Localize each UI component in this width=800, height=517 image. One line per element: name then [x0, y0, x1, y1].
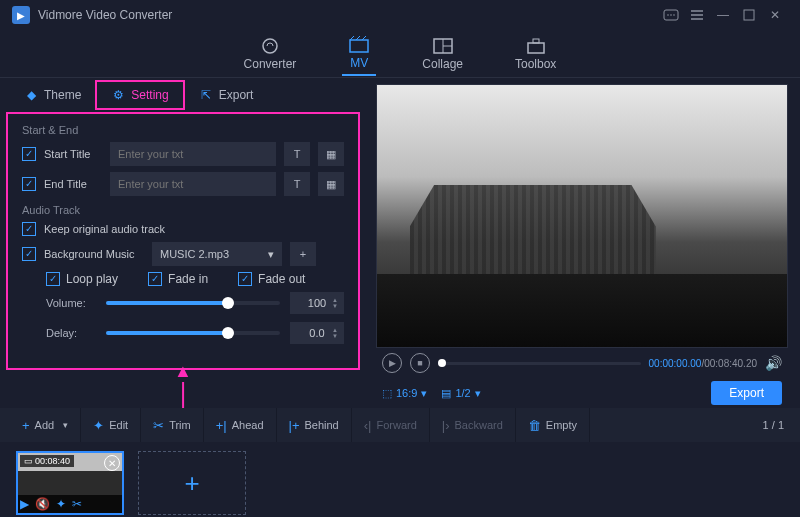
svg-rect-7: [744, 10, 754, 20]
page-icon: ▤: [441, 387, 451, 400]
grid-icon: ▦: [326, 148, 336, 161]
toolbox-icon: [525, 37, 547, 55]
video-preview[interactable]: [376, 84, 788, 348]
nav-toolbox[interactable]: Toolbox: [509, 33, 562, 75]
close-icon: ✕: [108, 458, 116, 469]
clip-trim-icon[interactable]: ✂: [72, 497, 82, 511]
clip-mute-icon[interactable]: 🔇: [35, 497, 50, 511]
gear-icon: ⚙: [111, 88, 125, 102]
backward-icon: |›: [442, 418, 450, 433]
minimize-button[interactable]: —: [710, 5, 736, 25]
aspect-dropdown[interactable]: ⬚ 16:9 ▾: [382, 387, 427, 400]
top-nav: Converter MV Collage Toolbox: [0, 30, 800, 78]
chevron-down-icon: ▾: [268, 248, 274, 261]
delay-label: Delay:: [46, 327, 96, 339]
maximize-button[interactable]: [736, 5, 762, 25]
mv-icon: [348, 36, 370, 54]
remove-clip-button[interactable]: ✕: [104, 455, 120, 471]
add-clip-button[interactable]: +: [138, 451, 246, 515]
clip-thumbnail[interactable]: ▭00:08:40 ✕ ▶ 🔇 ✦ ✂: [16, 451, 124, 515]
play-icon: ▶: [389, 358, 396, 368]
section-audio-track: Audio Track: [22, 204, 344, 216]
page-dropdown[interactable]: ▤ 1/2 ▾: [441, 387, 480, 400]
tab-theme[interactable]: ◆ Theme: [10, 82, 95, 108]
export-icon: ⇱: [199, 88, 213, 102]
clip-duration-badge: ▭00:08:40: [20, 455, 74, 467]
clip-row: ▭00:08:40 ✕ ▶ 🔇 ✦ ✂ +: [0, 442, 800, 517]
loop-label: Loop play: [66, 272, 118, 286]
playback-bar: ▶ ■ 00:00:00.00/00:08:40.20 🔊: [376, 348, 788, 378]
menu-icon[interactable]: [684, 5, 710, 25]
clip-star-icon[interactable]: ✦: [56, 497, 66, 511]
add-button[interactable]: +Add▾: [10, 408, 81, 442]
bg-music-label: Background Music: [44, 248, 144, 260]
plus-icon: +: [300, 248, 306, 260]
bottom-toolbar: +Add▾ ✦Edit ✂Trim +|Ahead |+Behind ‹|For…: [0, 408, 800, 442]
chevron-down-icon: ▾: [421, 387, 427, 400]
delay-input[interactable]: 0.0 ▲▼: [290, 322, 344, 344]
volume-icon[interactable]: 🔊: [765, 355, 782, 371]
export-button[interactable]: Export: [711, 381, 782, 405]
tab-setting[interactable]: ⚙ Setting: [95, 80, 184, 110]
collage-icon: [432, 37, 454, 55]
aspect-icon: ⬚: [382, 387, 392, 400]
loop-checkbox[interactable]: [46, 272, 60, 286]
nav-label: Toolbox: [515, 57, 556, 71]
keep-original-checkbox[interactable]: [22, 222, 36, 236]
app-logo-icon: ▶: [12, 6, 30, 24]
annotation-arrow-icon: ▲: [174, 361, 192, 408]
seek-slider[interactable]: [438, 362, 641, 365]
wand-icon: ✦: [93, 418, 104, 433]
fade-out-checkbox[interactable]: [238, 272, 252, 286]
end-title-checkbox[interactable]: [22, 177, 36, 191]
nav-label: Converter: [244, 57, 297, 71]
converter-icon: [259, 37, 281, 55]
trash-icon: 🗑: [528, 418, 541, 433]
ahead-button[interactable]: +|Ahead: [204, 408, 277, 442]
edit-button[interactable]: ✦Edit: [81, 408, 141, 442]
nav-label: MV: [350, 56, 368, 70]
svg-point-8: [263, 39, 277, 53]
end-title-grid-button[interactable]: ▦: [318, 172, 344, 196]
nav-collage[interactable]: Collage: [416, 33, 469, 75]
start-title-input[interactable]: [110, 142, 276, 166]
plus-icon: +: [184, 468, 199, 499]
grid-icon: ▦: [326, 178, 336, 191]
end-title-font-button[interactable]: T: [284, 172, 310, 196]
plus-icon: +: [22, 418, 30, 433]
tab-export[interactable]: ⇱ Export: [185, 82, 268, 108]
end-title-input[interactable]: [110, 172, 276, 196]
stop-button[interactable]: ■: [410, 353, 430, 373]
volume-slider[interactable]: [106, 301, 280, 305]
stop-icon: ■: [417, 358, 422, 368]
feedback-icon[interactable]: [658, 5, 684, 25]
nav-converter[interactable]: Converter: [238, 33, 303, 75]
bg-music-checkbox[interactable]: [22, 247, 36, 261]
start-title-label: Start Title: [44, 148, 102, 160]
timecode: 00:00:00.00/00:08:40.20: [649, 358, 757, 369]
empty-button[interactable]: 🗑Empty: [516, 408, 590, 442]
fade-in-checkbox[interactable]: [148, 272, 162, 286]
bg-music-value: MUSIC 2.mp3: [160, 248, 229, 260]
play-button[interactable]: ▶: [382, 353, 402, 373]
backward-button[interactable]: |›Backward: [430, 408, 516, 442]
clip-play-icon[interactable]: ▶: [20, 497, 29, 511]
start-title-font-button[interactable]: T: [284, 142, 310, 166]
volume-label: Volume:: [46, 297, 96, 309]
chevron-down-icon: ▾: [475, 387, 481, 400]
delay-slider[interactable]: [106, 331, 280, 335]
chevron-down-icon: ▾: [63, 420, 68, 430]
behind-icon: |+: [289, 418, 300, 433]
start-title-checkbox[interactable]: [22, 147, 36, 161]
add-music-button[interactable]: +: [290, 242, 316, 266]
trim-button[interactable]: ✂Trim: [141, 408, 204, 442]
start-title-grid-button[interactable]: ▦: [318, 142, 344, 166]
ahead-icon: +|: [216, 418, 227, 433]
forward-button[interactable]: ‹|Forward: [352, 408, 430, 442]
theme-icon: ◆: [24, 88, 38, 102]
bg-music-select[interactable]: MUSIC 2.mp3 ▾: [152, 242, 282, 266]
behind-button[interactable]: |+Behind: [277, 408, 352, 442]
nav-mv[interactable]: MV: [342, 32, 376, 76]
volume-input[interactable]: 100 ▲▼: [290, 292, 344, 314]
close-button[interactable]: ✕: [762, 5, 788, 25]
